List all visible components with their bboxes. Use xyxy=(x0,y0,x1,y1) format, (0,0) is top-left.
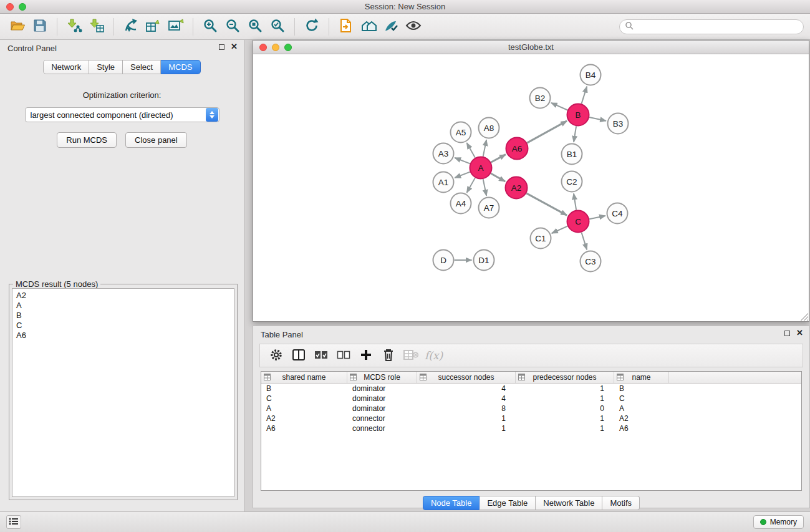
edge-A-A8[interactable] xyxy=(483,140,486,157)
edge-A-A4[interactable] xyxy=(467,178,475,193)
table-row[interactable]: A6connector11A6 xyxy=(261,423,801,433)
tab-mcds[interactable]: MCDS xyxy=(161,60,200,74)
table-cell[interactable]: B xyxy=(614,384,669,393)
mcds-result-item[interactable]: B xyxy=(16,311,230,321)
table-cell[interactable]: A xyxy=(614,404,669,413)
run-mcds-button[interactable]: Run MCDS xyxy=(57,132,117,148)
zoom-window-button[interactable] xyxy=(19,3,26,11)
table-cell[interactable]: A xyxy=(261,404,347,413)
open-session-document-button[interactable] xyxy=(335,16,357,37)
table-cell[interactable]: 0 xyxy=(516,404,614,413)
export-image-button[interactable] xyxy=(165,16,187,37)
zoom-fit-button[interactable] xyxy=(244,16,266,37)
tab-edge-table[interactable]: Edge Table xyxy=(480,496,536,510)
edge-A-A1[interactable] xyxy=(455,172,470,178)
open-file-button[interactable] xyxy=(6,16,29,37)
graph-node-A4[interactable]: A4 xyxy=(451,193,471,214)
search-input[interactable] xyxy=(637,22,798,31)
table-cell[interactable]: dominator xyxy=(347,384,417,393)
edge-B-B1[interactable] xyxy=(574,126,576,142)
edge-A-A3[interactable] xyxy=(455,158,470,163)
table-cell[interactable]: C xyxy=(614,394,669,403)
graph-node-D1[interactable]: D1 xyxy=(474,250,494,271)
table-cell[interactable]: dominator xyxy=(347,404,417,413)
table-row[interactable]: Bdominator41B xyxy=(261,384,801,394)
column-header-name[interactable]: name xyxy=(614,372,669,383)
edge-A-A7[interactable] xyxy=(483,179,486,196)
table-cell[interactable]: A2 xyxy=(261,414,347,423)
mcds-result-item[interactable]: A6 xyxy=(16,331,230,341)
table-cell[interactable]: B xyxy=(261,384,347,393)
graph-node-C4[interactable]: C4 xyxy=(607,203,628,224)
table-cell[interactable]: dominator xyxy=(347,394,417,403)
table-cell[interactable]: A6 xyxy=(614,424,669,433)
network-canvas[interactable]: B4B2BB3B1A5A8A6A3AA1A2C2A4A7C4CC1C3DD1 xyxy=(253,54,809,321)
float-table-panel-icon[interactable] xyxy=(784,331,790,336)
graph-node-A8[interactable]: A8 xyxy=(479,118,499,138)
export-network-button[interactable] xyxy=(120,16,142,37)
column-header-MCDS-role[interactable]: MCDS role xyxy=(347,372,417,383)
table-cell[interactable]: 1 xyxy=(417,414,516,423)
table-cell[interactable]: 4 xyxy=(417,394,516,403)
edge-A-A5[interactable] xyxy=(467,143,475,158)
mcds-result-item[interactable]: A xyxy=(16,301,230,311)
select-all-rows-button[interactable] xyxy=(310,346,332,365)
tab-node-table[interactable]: Node Table xyxy=(423,496,480,510)
show-columns-button[interactable] xyxy=(287,346,310,365)
table-row[interactable]: Adominator80A xyxy=(261,404,801,414)
edge-C-C2[interactable] xyxy=(574,193,576,210)
edge-B-B4[interactable] xyxy=(582,87,587,104)
graph-node-A3[interactable]: A3 xyxy=(433,143,454,164)
deselect-all-rows-button[interactable] xyxy=(332,346,355,365)
graph-node-B2[interactable]: B2 xyxy=(530,88,551,109)
table-cell[interactable]: 1 xyxy=(516,414,614,423)
graph-node-A5[interactable]: A5 xyxy=(451,122,471,143)
graph-node-D[interactable]: D xyxy=(433,250,454,271)
table-cell[interactable]: A6 xyxy=(261,424,347,433)
graph-node-A6[interactable]: A6 xyxy=(506,138,528,160)
edge-A-A2[interactable] xyxy=(491,173,505,181)
graph-node-A[interactable]: A xyxy=(470,157,492,179)
show-graphics-details-button[interactable] xyxy=(402,16,425,37)
task-history-button[interactable] xyxy=(6,515,21,529)
table-cell[interactable]: 1 xyxy=(516,394,614,403)
save-session-button[interactable] xyxy=(29,16,51,37)
close-panel-icon[interactable]: ✕ xyxy=(231,44,238,50)
network-zoom-button[interactable] xyxy=(284,44,292,51)
edge-C-C3[interactable] xyxy=(582,233,587,250)
graph-node-C2[interactable]: C2 xyxy=(562,172,582,192)
edge-C-C1[interactable] xyxy=(552,226,567,233)
close-panel-button[interactable]: Close panel xyxy=(125,132,187,148)
graph-node-A2[interactable]: A2 xyxy=(506,177,528,199)
search-box[interactable] xyxy=(619,19,804,34)
home-view-button[interactable] xyxy=(357,16,380,37)
tab-network[interactable]: Network xyxy=(43,60,89,74)
table-row[interactable]: Cdominator41C xyxy=(261,394,801,404)
criterion-dropdown[interactable]: largest connected component (directed) xyxy=(25,107,219,122)
graph-node-A1[interactable]: A1 xyxy=(433,172,454,193)
import-table-button[interactable] xyxy=(85,16,108,37)
mcds-result-list[interactable]: A2ABCA6 xyxy=(12,288,234,497)
table-cell[interactable]: connector xyxy=(347,424,417,433)
add-row-button[interactable] xyxy=(355,346,377,365)
mcds-result-item[interactable]: A2 xyxy=(16,291,230,301)
graph-node-A7[interactable]: A7 xyxy=(479,198,499,218)
graph-node-B3[interactable]: B3 xyxy=(608,114,629,134)
column-header-successor-nodes[interactable]: successor nodes xyxy=(417,372,516,383)
edge-B-B2[interactable] xyxy=(551,103,567,110)
zoom-out-button[interactable] xyxy=(221,16,244,37)
graph-node-C1[interactable]: C1 xyxy=(531,228,551,249)
graph-node-B[interactable]: B xyxy=(567,104,589,126)
edge-A6-B[interactable] xyxy=(527,121,567,143)
column-header-shared-name[interactable]: shared name xyxy=(261,372,347,383)
zoom-selected-button[interactable] xyxy=(266,16,289,37)
column-header-predecessor-nodes[interactable]: predecessor nodes xyxy=(516,372,614,383)
tab-select[interactable]: Select xyxy=(123,60,161,74)
mcds-result-item[interactable]: C xyxy=(16,321,230,331)
tab-network-table[interactable]: Network Table xyxy=(536,496,602,510)
edge-A-A6[interactable] xyxy=(491,155,506,163)
memory-button[interactable]: Memory xyxy=(753,515,804,529)
table-row[interactable]: A2connector11A2 xyxy=(261,414,801,423)
table-cell[interactable]: connector xyxy=(347,414,417,423)
network-minimize-button[interactable] xyxy=(272,44,279,51)
